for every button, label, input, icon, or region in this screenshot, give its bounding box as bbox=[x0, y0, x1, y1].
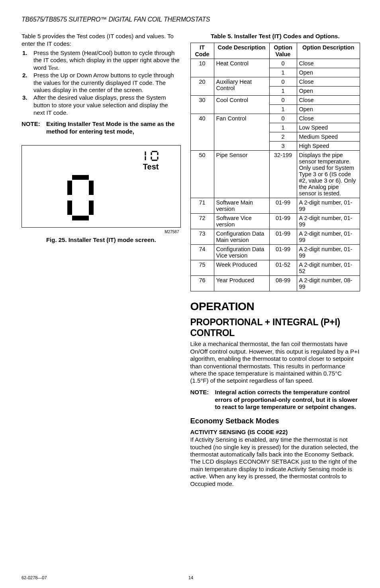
steps-list: 1. Press the System (Heat/Cool) button t… bbox=[22, 49, 181, 117]
cell-option-value: 01-99 bbox=[269, 245, 297, 260]
cell-option-description: Open bbox=[297, 68, 360, 77]
table-row: 20Auxiliary Heat Control0Close bbox=[190, 77, 360, 87]
step-1-text-after: . bbox=[58, 64, 59, 71]
th-option-value: Option Value bbox=[269, 43, 297, 59]
figure-25-box: Test bbox=[22, 145, 181, 228]
it-codes-table: IT Code Code Description Option Value Op… bbox=[190, 43, 360, 291]
cell-option-value: 0 bbox=[269, 59, 297, 68]
th-code-description: Code Description bbox=[214, 43, 269, 59]
step-3: 3. After the desired value displays, pre… bbox=[33, 94, 181, 116]
cell-option-value: 32-199 bbox=[269, 151, 297, 198]
cell-option-description: A 2-digit number, 01-99 bbox=[297, 214, 360, 229]
cell-option-description: Close bbox=[297, 77, 360, 87]
cell-option-description: Close bbox=[297, 59, 360, 68]
cell-it-code: 76 bbox=[190, 276, 214, 291]
cell-code-description: Software Main version bbox=[214, 198, 269, 214]
step-3-number: 3. bbox=[22, 94, 27, 102]
cell-it-code: 73 bbox=[190, 229, 214, 245]
cell-it-code: 10 bbox=[190, 59, 214, 77]
figure-code: M27587 bbox=[165, 230, 179, 234]
activity-sensing-paragraph: If Activity Sensing is enabled, any time… bbox=[190, 436, 360, 488]
cell-option-description: A 2-digit number, 01-99 bbox=[297, 245, 360, 260]
cell-option-value: 1 bbox=[269, 123, 297, 132]
cell-it-code: 75 bbox=[190, 260, 214, 276]
step-2-text: Press the Up or Down Arrow buttons to cy… bbox=[33, 72, 174, 94]
cell-code-description: Heat Control bbox=[214, 59, 269, 77]
cell-it-code: 50 bbox=[190, 151, 214, 198]
step-1-word-test: Test bbox=[48, 65, 58, 71]
cell-it-code: 30 bbox=[190, 96, 214, 114]
cell-it-code: 74 bbox=[190, 245, 214, 260]
step-1-number: 1. bbox=[22, 49, 27, 57]
cell-option-description: Close bbox=[297, 96, 360, 105]
seven-segment-small-10-icon bbox=[141, 150, 159, 161]
step-2: 2. Press the Up or Down Arrow buttons to… bbox=[33, 72, 181, 94]
th-option-description: Option Description bbox=[297, 43, 360, 59]
figure-test-label: Test bbox=[141, 162, 159, 171]
cell-option-description: Displays the pipe sensor temperature. On… bbox=[297, 151, 360, 198]
table-row: 74Configuration Data Vice version01-99A … bbox=[190, 245, 360, 260]
note-1-label: NOTE: bbox=[22, 120, 46, 136]
table-row: 75Week Produced01-52A 2-digit number, 01… bbox=[190, 260, 360, 276]
cell-option-value: 01-99 bbox=[269, 214, 297, 229]
cell-option-description: A 2-digit number, 01-99 bbox=[297, 198, 360, 214]
cell-option-description: Medium Speed bbox=[297, 132, 360, 142]
figure-25-caption: Fig. 25. Installer Test (IT) mode screen… bbox=[22, 236, 181, 243]
th-it-code: IT Code bbox=[190, 43, 214, 59]
table-row: 40Fan Control0Close bbox=[190, 114, 360, 123]
cell-it-code: 20 bbox=[190, 77, 214, 96]
operation-heading: OPERATION bbox=[190, 300, 360, 313]
table-row: 72Software Vice version01-99A 2-digit nu… bbox=[190, 214, 360, 229]
cell-code-description: Cool Control bbox=[214, 96, 269, 114]
cell-option-value: 0 bbox=[269, 96, 297, 105]
cell-code-description: Fan Control bbox=[214, 114, 269, 151]
cell-code-description: Year Produced bbox=[214, 276, 269, 291]
seven-segment-big-0-icon bbox=[66, 174, 98, 224]
note-2: NOTE: Integral action corrects the tempe… bbox=[190, 389, 360, 411]
cell-option-description: Close bbox=[297, 114, 360, 123]
cell-option-description: High Speed bbox=[297, 142, 360, 151]
cell-option-value: 2 bbox=[269, 132, 297, 142]
table-row: 71Software Main version01-99A 2-digit nu… bbox=[190, 198, 360, 214]
note-1: NOTE: Exiting Installer Test Mode is the… bbox=[22, 120, 181, 136]
table-5-title: Table 5. Installer Test (IT) Codes and O… bbox=[190, 33, 360, 39]
intro-paragraph: Table 5 provides the Test codes (IT code… bbox=[22, 33, 181, 48]
page-header-title: TB6575/TB8575 SUITEPRO™ DIGITAL FAN COIL… bbox=[22, 16, 360, 23]
cell-option-value: 1 bbox=[269, 87, 297, 96]
note-1-body: Exiting Installer Test Mode is the same … bbox=[46, 120, 181, 136]
cell-option-value: 08-99 bbox=[269, 276, 297, 291]
footer-doc-number: 62-0278—07 bbox=[22, 575, 47, 580]
cell-code-description: Configuration Data Main version bbox=[214, 229, 269, 245]
cell-option-description: A 2-digit number, 01-99 bbox=[297, 229, 360, 245]
cell-option-description: Low Speed bbox=[297, 123, 360, 132]
step-1: 1. Press the System (Heat/Cool) button t… bbox=[33, 49, 181, 72]
table-row: 50Pipe Sensor32-199Displays the pipe sen… bbox=[190, 151, 360, 198]
table-row: 30Cool Control0Close bbox=[190, 96, 360, 105]
step-2-number: 2. bbox=[22, 72, 27, 79]
note-2-body: Integral action corrects the temperature… bbox=[215, 389, 360, 411]
cell-option-description: A 2-digit number, 08-99 bbox=[297, 276, 360, 291]
economy-setback-heading: Economy Setback Modes bbox=[190, 417, 360, 425]
cell-option-description: A 2-digit number, 01-52 bbox=[297, 260, 360, 276]
cell-code-description: Software Vice version bbox=[214, 214, 269, 229]
cell-code-description: Week Produced bbox=[214, 260, 269, 276]
cell-it-code: 40 bbox=[190, 114, 214, 151]
activity-sensing-heading: ACTIVITY SENSING (IS CODE #22) bbox=[190, 429, 360, 435]
cell-code-description: Configuration Data Vice version bbox=[214, 245, 269, 260]
cell-option-value: 1 bbox=[269, 105, 297, 114]
cell-it-code: 72 bbox=[190, 214, 214, 229]
cell-option-value: 0 bbox=[269, 77, 297, 87]
cell-it-code: 71 bbox=[190, 198, 214, 214]
cell-option-value: 01-99 bbox=[269, 198, 297, 214]
cell-option-value: 01-99 bbox=[269, 229, 297, 245]
cell-option-value: 1 bbox=[269, 68, 297, 77]
table-row: 73Configuration Data Main version01-99A … bbox=[190, 229, 360, 245]
note-2-label: NOTE: bbox=[190, 389, 215, 411]
footer-page-number: 14 bbox=[188, 575, 193, 580]
cell-option-value: 0 bbox=[269, 114, 297, 123]
cell-code-description: Pipe Sensor bbox=[214, 151, 269, 198]
table-row: 10Heat Control0Close bbox=[190, 59, 360, 68]
cell-option-value: 01-52 bbox=[269, 260, 297, 276]
table-row: 76Year Produced08-99A 2-digit number, 08… bbox=[190, 276, 360, 291]
cell-code-description: Auxiliary Heat Control bbox=[214, 77, 269, 96]
